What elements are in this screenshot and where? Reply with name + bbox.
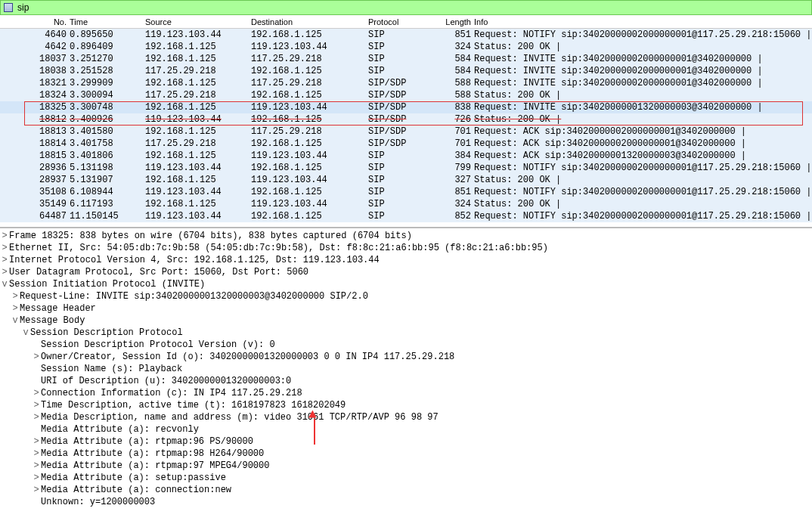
tree-sdp-a-rtpmap96[interactable]: >Media Attribute (a): rtpmap:96 PS/90000 [0,435,812,448]
filter-bookmark-icon[interactable] [4,3,13,12]
cell: Request: ACK sip:34020000002000000001@34… [473,138,812,149]
packet-row[interactable]: 183213.299909192.168.1.125117.25.29.218S… [0,77,812,89]
collapse-icon[interactable]: v [11,315,20,327]
display-filter-bar[interactable] [0,0,812,15]
cell: 799 [439,163,473,173]
cell: SIP [367,199,439,209]
expand-icon[interactable]: > [11,302,20,315]
cell: SIP/SDP [367,78,439,88]
packet-details-tree[interactable]: >Frame 18325: 838 bytes on wire (6704 bi… [0,227,812,530]
cell: 117.25.29.218 [249,78,367,88]
packet-row[interactable]: 46400.895650119.123.103.44192.168.1.125S… [0,29,812,41]
tree-message-header[interactable]: >Message Header [0,302,812,315]
tree-sdp-t[interactable]: >Time Description, active time (t): 1618… [0,399,812,411]
packet-list-header[interactable]: No. Time Source Destination Protocol Len… [0,15,812,29]
cell: 35108 [0,187,68,197]
tree-sdp-unknown-y[interactable]: Unknown: y=1200000003 [0,496,812,508]
tree-sdp-a-setup[interactable]: >Media Attribute (a): setup:passive [0,472,812,484]
tree-sdp-m[interactable]: >Media Description, name and address (m)… [0,411,812,423]
cell: Request: NOTIFY sip:34020000002000000001… [473,187,812,197]
cell: 851 [439,187,473,197]
col-header-no[interactable]: No. [0,17,68,26]
packet-row[interactable]: 289365.131198119.123.103.44192.168.1.125… [0,162,812,174]
tree-request-line[interactable]: >Request-Line: INVITE sip:34020000001320… [0,290,812,302]
tree-sdp-v[interactable]: Session Description Protocol Version (v)… [0,339,812,351]
tree-sdp-u[interactable]: URI of Description (u): 3402000000132000… [0,375,812,387]
expand-icon[interactable]: > [0,266,9,278]
cell: 119.123.103.44 [249,42,367,52]
tree-sdp-s[interactable]: Session Name (s): Playback [0,363,812,375]
tree-sdp-a-rtpmap97[interactable]: >Media Attribute (a): rtpmap:97 MPEG4/90… [0,460,812,472]
tree-sdp-a-recvonly[interactable]: Media Attribute (a): recvonly [0,423,812,435]
col-header-destination[interactable]: Destination [249,17,367,26]
cell: 18812 [0,114,68,125]
packet-row[interactable]: 188143.401758117.25.29.218192.168.1.125S… [0,138,812,150]
tree-sdp-o[interactable]: >Owner/Creator, Session Id (o): 34020000… [0,351,812,363]
cell: 5.131907 [68,175,144,185]
packet-row[interactable]: 351086.108944119.123.103.44192.168.1.125… [0,186,812,198]
col-header-length[interactable]: Length [439,17,473,26]
col-header-source[interactable]: Source [144,17,249,26]
expand-icon[interactable]: > [32,387,41,399]
expand-icon[interactable]: > [11,290,20,302]
expand-icon[interactable]: > [32,399,41,411]
cell: Status: 200 OK | [473,42,812,52]
tree-sip[interactable]: vSession Initiation Protocol (INVITE) [0,278,812,290]
tree-message-body[interactable]: vMessage Body [0,315,812,327]
tree-ethernet[interactable]: >Ethernet II, Src: 54:05:db:7c:9b:58 (54… [0,242,812,254]
cell: 119.123.103.44 [144,211,249,222]
display-filter-input[interactable] [16,2,808,14]
collapse-icon[interactable]: v [21,327,30,339]
cell: 192.168.1.125 [144,175,249,185]
cell: 327 [439,175,473,185]
cell: 192.168.1.125 [144,102,249,113]
packet-row[interactable]: 188153.401806192.168.1.125119.123.103.44… [0,150,812,162]
cell: 5.131198 [68,163,144,173]
expand-icon[interactable]: > [32,351,41,363]
col-header-info[interactable]: Info [473,17,812,26]
cell: 119.123.103.44 [249,102,367,113]
expand-icon[interactable]: > [0,230,9,242]
packet-row[interactable]: 188123.400926119.123.103.44192.168.1.125… [0,113,812,126]
col-header-time[interactable]: Time [68,17,144,26]
packet-row[interactable]: 183243.300094117.25.29.218192.168.1.125S… [0,89,812,101]
packet-row[interactable]: 46420.896409192.168.1.125119.123.103.44S… [0,41,812,53]
cell: SIP/SDP [367,114,439,125]
packet-row[interactable]: 351496.117193192.168.1.125119.123.103.44… [0,198,812,210]
expand-icon[interactable]: > [0,242,9,254]
cell: 584 [439,66,473,76]
cell: SIP [367,42,439,52]
packet-row[interactable]: 188133.401580192.168.1.125117.25.29.218S… [0,126,812,138]
tree-sdp-a-connection[interactable]: >Media Attribute (a): connection:new [0,484,812,496]
tree-sdp-a-rtpmap98[interactable]: >Media Attribute (a): rtpmap:98 H264/900… [0,448,812,460]
collapse-icon[interactable]: v [0,278,9,290]
tree-ip[interactable]: >Internet Protocol Version 4, Src: 192.1… [0,254,812,266]
expand-icon[interactable]: > [32,472,41,484]
expand-icon[interactable]: > [32,484,41,496]
packet-list[interactable]: 46400.895650119.123.103.44192.168.1.125S… [0,29,812,227]
packet-row[interactable]: 6448711.150145119.123.103.44192.168.1.12… [0,210,812,222]
packet-row[interactable]: 180373.251270192.168.1.125117.25.29.218S… [0,53,812,65]
packet-row[interactable]: 183253.300748192.168.1.125119.123.103.44… [0,101,812,113]
cell: 3.251270 [68,54,144,64]
col-header-protocol[interactable]: Protocol [367,17,439,26]
tree-frame[interactable]: >Frame 18325: 838 bytes on wire (6704 bi… [0,230,812,242]
tree-sdp-c[interactable]: >Connection Information (c): IN IP4 117.… [0,387,812,399]
cell: Request: INVITE sip:34020000002000000001… [473,78,812,88]
cell: 18814 [0,138,68,149]
cell: 3.401580 [68,126,144,137]
packet-row[interactable]: 180383.251528117.25.29.218192.168.1.125S… [0,65,812,77]
expand-icon[interactable]: > [32,448,41,460]
expand-icon[interactable]: > [32,411,41,423]
tree-udp[interactable]: >User Datagram Protocol, Src Port: 15060… [0,266,812,278]
cell: Request: ACK sip:34020000002000000001@34… [473,126,812,137]
cell: SIP [367,163,439,173]
expand-icon[interactable]: > [0,254,9,266]
cell: SIP [367,29,439,40]
tree-sdp[interactable]: vSession Description Protocol [0,327,812,339]
packet-row[interactable]: 289375.131907192.168.1.125119.123.103.44… [0,174,812,186]
cell: SIP [367,187,439,197]
expand-icon[interactable]: > [32,435,41,448]
expand-icon[interactable]: > [32,460,41,472]
cell: 18324 [0,90,68,101]
